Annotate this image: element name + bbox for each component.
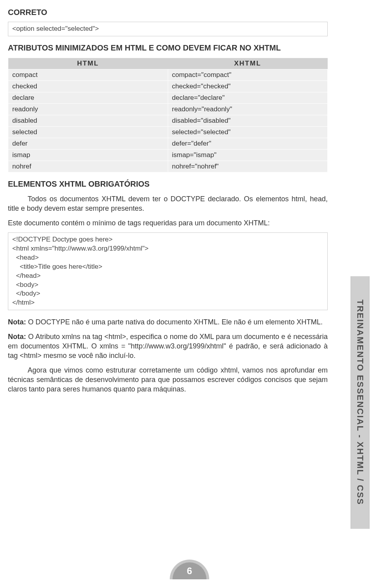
page-number: 6 (170, 560, 209, 579)
nota-2-text: O Atributo xmlns na tag <html>, especifi… (8, 333, 328, 360)
cell-right: ismap="ismap" (168, 149, 328, 161)
table-row: declaredeclare="declare" (8, 92, 328, 103)
table-header-xhtml: XHTML (168, 58, 328, 69)
table-row: ismapismap="ismap" (8, 149, 328, 161)
code-text: <!DOCTYPE Doctype goes here> <html xmlns… (12, 235, 323, 308)
paragraph-closing: Agora que vimos como estruturar corretam… (8, 365, 328, 394)
section-title-elementos: ELEMENTOS XHTML OBRIGATÓRIOS (8, 180, 328, 189)
table-row: disableddisabled="disabled" (8, 115, 328, 126)
code-box-xhtml-skeleton: <!DOCTYPE Doctype goes here> <html xmlns… (8, 232, 328, 311)
sidebar-text: TREINAMENTO ESSENCIAL - XHTML / CSS (355, 300, 365, 505)
table-row: readonlyreadonly="readonly" (8, 103, 328, 115)
cell-right: checked="checked" (168, 81, 328, 92)
table-row: selectedselected="selected" (8, 126, 328, 138)
cell-right: compact="compact" (168, 69, 328, 81)
code-text: <option selected="selected"> (12, 24, 323, 34)
cell-left: declare (8, 92, 168, 103)
cell-left: selected (8, 126, 168, 138)
table-row: deferdefer="defer" (8, 138, 328, 149)
cell-right: readonly="readonly" (168, 103, 328, 115)
table-row: compactcompact="compact" (8, 69, 328, 81)
paragraph-doctype: Todos os documentos XHTML devem ter o DO… (8, 194, 328, 213)
cell-right: declare="declare" (168, 92, 328, 103)
cell-left: ismap (8, 149, 168, 161)
sidebar-banner: TREINAMENTO ESSENCIAL - XHTML / CSS (351, 276, 370, 529)
nota-2-label: Nota: (8, 333, 26, 341)
page-number-value: 6 (173, 562, 206, 579)
nota-1: Nota: O DOCTYPE não é uma parte nativa d… (8, 317, 328, 327)
label-correto: CORRETO (8, 8, 328, 17)
cell-left: nohref (8, 161, 168, 172)
table-row: checkedchecked="checked" (8, 81, 328, 92)
cell-left: defer (8, 138, 168, 149)
paragraph-min-tags: Este documento contém o mínimo de tags r… (8, 218, 328, 228)
cell-right: nohref="nohref" (168, 161, 328, 172)
nota-2: Nota: O Atributo xmlns na tag <html>, es… (8, 332, 328, 361)
cell-right: selected="selected" (168, 126, 328, 138)
section-title-atributos: ATRIBUTOS MINIMIZADOS EM HTML E COMO DEV… (8, 43, 328, 52)
cell-right: defer="defer" (168, 138, 328, 149)
cell-left: disabled (8, 115, 168, 126)
code-box-option-selected: <option selected="selected"> (8, 22, 328, 36)
cell-left: checked (8, 81, 168, 92)
nota-1-label: Nota: (8, 318, 26, 326)
nota-1-text: O DOCTYPE não é uma parte nativa do docu… (26, 318, 323, 326)
cell-left: readonly (8, 103, 168, 115)
table-row: nohrefnohref="nohref" (8, 161, 328, 172)
table-header-html: HTML (8, 58, 168, 69)
cell-left: compact (8, 69, 168, 81)
cell-right: disabled="disabled" (168, 115, 328, 126)
attributes-table: HTML XHTML compactcompact="compact" chec… (8, 58, 328, 172)
